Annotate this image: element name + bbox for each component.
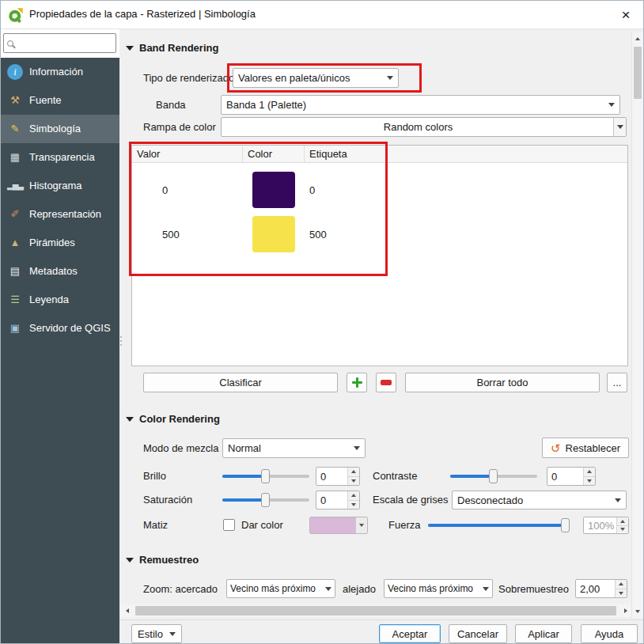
chevron-down-icon (387, 76, 393, 80)
value-cell[interactable]: 0 (132, 184, 243, 196)
accept-button[interactable]: Aceptar (379, 624, 441, 643)
band-dropdown[interactable]: Banda 1 (Palette) (221, 95, 620, 115)
add-entry-button[interactable] (347, 373, 367, 392)
colorize-checkbox[interactable] (223, 519, 235, 531)
column-header-color: Color (243, 146, 305, 162)
colorize-color-dropdown[interactable] (309, 517, 368, 534)
vertical-scrollbar-thumb[interactable] (634, 47, 642, 99)
zoom-out-value: Vecino más próximo (388, 583, 479, 594)
scroll-down-icon[interactable] (632, 605, 643, 618)
grayscale-dropdown[interactable]: Desconectado (452, 491, 627, 510)
zoom-in-dropdown[interactable]: Vecino más próximo (226, 579, 335, 598)
search-input[interactable] (17, 38, 112, 49)
brightness-slider[interactable] (222, 475, 309, 478)
remove-entry-button[interactable] (376, 373, 396, 392)
strength-spinbox[interactable]: 100% (583, 517, 629, 534)
horizontal-scrollbar-thumb[interactable] (135, 606, 616, 616)
sidebar-item-metadatos[interactable]: ▤ Metadatos (1, 257, 119, 286)
table-row[interactable]: 500 500 (132, 212, 627, 256)
slider-thumb[interactable] (261, 493, 270, 507)
sidebar-item-leyenda[interactable]: ☰ Leyenda (1, 286, 119, 314)
sidebar-item-servidor-qgis[interactable]: ▣ Servidor de QGIS (1, 314, 119, 343)
spin-down-icon[interactable] (616, 589, 627, 598)
contrast-slider[interactable] (450, 475, 537, 478)
scroll-up-icon[interactable] (632, 32, 643, 45)
sidebar-item-informacion[interactable]: i Información (1, 58, 119, 86)
clear-all-button[interactable]: Borrar todo (405, 373, 600, 392)
accept-button-label: Aceptar (392, 628, 428, 640)
sidebar-item-simbologia[interactable]: ✎ Simbología (1, 115, 119, 143)
saturation-slider[interactable] (222, 498, 309, 502)
table-row[interactable]: 0 0 (132, 168, 627, 212)
column-header-valor: Valor (132, 146, 243, 162)
label-cell[interactable]: 0 (305, 184, 627, 196)
spin-down-icon[interactable] (348, 477, 359, 486)
renderer-type-dropdown[interactable]: Valores en paleta/únicos (233, 68, 399, 88)
spin-up-icon[interactable] (348, 491, 359, 501)
label-cell[interactable]: 500 (305, 229, 627, 241)
spin-up-icon[interactable] (584, 468, 595, 477)
sidebar-item-transparencia[interactable]: ▦ Transparencia (1, 143, 119, 172)
scroll-right-icon[interactable] (619, 604, 632, 617)
sidebar-search-box[interactable] (3, 33, 116, 53)
apply-button-label: Aplicar (528, 628, 559, 640)
style-button[interactable]: Estilo (131, 624, 182, 643)
section-band-rendering[interactable]: Band Rendering (126, 42, 218, 54)
sidebar-item-representacion[interactable]: ✐ Representación (1, 200, 119, 229)
contrast-spinbox[interactable]: 0 (547, 467, 596, 486)
sidebar-item-label: Representación (29, 209, 101, 221)
spin-up-icon[interactable] (348, 468, 359, 477)
classification-table: Valor Color Etiqueta 0 0 500 500 (131, 145, 628, 366)
color-swatch[interactable] (252, 172, 295, 208)
cancel-button[interactable]: Cancelar (449, 624, 507, 643)
slider-fill (222, 475, 266, 478)
sidebar-item-fuente[interactable]: ⚒ Fuente (1, 86, 119, 115)
section-resampling[interactable]: Remuestreo (126, 554, 199, 566)
color-ramp-split-button[interactable] (613, 118, 626, 136)
blend-mode-dropdown[interactable]: Normal (222, 438, 366, 458)
zoom-out-dropdown[interactable]: Vecino más próximo (384, 579, 493, 598)
panel-splitter[interactable] (119, 329, 123, 353)
colorize-label: Dar color (241, 519, 283, 531)
saturation-spinbox[interactable]: 0 (316, 491, 360, 510)
spin-down-icon[interactable] (584, 477, 595, 486)
close-icon[interactable]: × (613, 2, 638, 28)
spin-down-icon[interactable] (348, 501, 359, 510)
spin-up-icon[interactable] (616, 580, 627, 589)
sidebar-item-label: Información (29, 66, 83, 78)
brightness-spinbox[interactable]: 0 (316, 467, 360, 486)
zoom-in-value: Vecino más próximo (230, 583, 321, 594)
contrast-label: Contraste (373, 470, 417, 482)
color-swatch[interactable] (252, 216, 295, 252)
oversampling-spinbox[interactable]: 2,00 (575, 579, 627, 598)
color-ramp-label: Rampa de color (143, 121, 216, 133)
scroll-left-icon[interactable] (121, 604, 134, 617)
symbology-icon: ✎ (7, 121, 23, 137)
spin-up-icon[interactable] (617, 517, 628, 526)
strength-slider[interactable] (428, 524, 569, 527)
classify-button[interactable]: Clasificar (143, 373, 338, 392)
value-cell[interactable]: 500 (132, 229, 243, 241)
chevron-down-icon (483, 587, 489, 591)
slider-thumb[interactable] (261, 469, 270, 483)
color-ramp-dropdown[interactable]: Random colors (221, 117, 627, 137)
horizontal-scrollbar[interactable] (121, 604, 632, 617)
vertical-scrollbar[interactable] (631, 32, 643, 618)
section-color-rendering[interactable]: Color Rendering (126, 413, 220, 425)
sidebar-item-piramides[interactable]: ▲ Pirámides (1, 229, 119, 257)
band-value: Banda 1 (Palette) (226, 99, 604, 111)
apply-button[interactable]: Aplicar (515, 624, 572, 643)
slider-thumb[interactable] (489, 469, 498, 483)
reset-button[interactable]: ↺ Restablecer (542, 438, 629, 458)
blend-mode-label: Modo de mezcla (143, 442, 218, 454)
spin-down-icon[interactable] (617, 526, 628, 534)
chevron-down-icon (355, 517, 367, 533)
column-header-etiqueta: Etiqueta (305, 146, 627, 162)
slider-thumb[interactable] (561, 518, 570, 532)
sidebar-item-histograma[interactable]: ▂▅▃ Histograma (1, 172, 119, 200)
help-button[interactable]: Ayuda (581, 624, 638, 643)
rendering-icon: ✐ (7, 206, 23, 222)
chevron-down-icon (354, 446, 360, 450)
more-options-button[interactable]: ... (607, 373, 627, 392)
style-button-label: Estilo (138, 628, 163, 640)
